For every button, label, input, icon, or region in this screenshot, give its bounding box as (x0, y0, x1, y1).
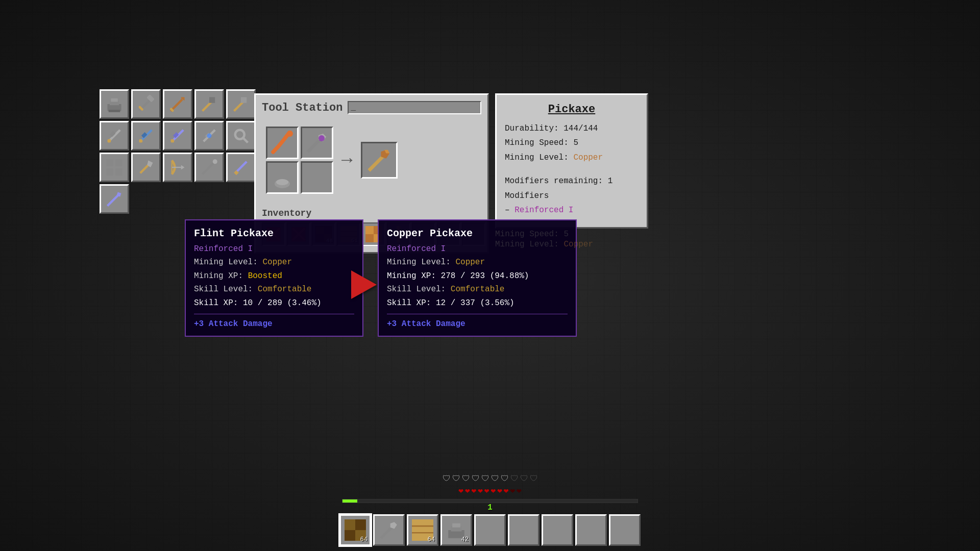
flint-tooltip-title: Flint Pickaxe (194, 228, 354, 239)
comparison-arrow (351, 270, 377, 299)
station-header: Tool Station (262, 101, 481, 114)
svg-rect-27 (106, 159, 113, 166)
health-bar: ❤ ❤ ❤ ❤ ❤ ❤ ❤ ❤ ❤ ❤ (458, 486, 521, 496)
station-name-input[interactable] (348, 101, 481, 114)
svg-line-14 (111, 132, 114, 136)
copper-divider (387, 314, 568, 314)
xp-bar-fill (342, 499, 357, 503)
tooltip-flint-pickaxe: Flint Pickaxe Reinforced I Mining Level:… (185, 219, 363, 337)
svg-line-20 (174, 134, 178, 137)
hotbar-slot-8[interactable] (575, 514, 607, 546)
svg-point-41 (318, 135, 325, 141)
craft-slot-handle[interactable] (266, 127, 299, 159)
craft-slot-pickaxe-head[interactable] (301, 127, 333, 159)
inv-slot-dagger[interactable] (226, 153, 256, 182)
svg-rect-3 (109, 110, 120, 112)
flint-mining-xp-val: Boosted (248, 271, 282, 281)
inv-slot-bow[interactable] (163, 153, 192, 182)
xp-bar-bg (342, 499, 638, 503)
craft-slots (266, 127, 333, 194)
copper-reinforced: Reinforced I (387, 243, 568, 255)
inv-slot-sword3[interactable] (163, 121, 192, 151)
hud-bottom: 🛡 🛡 🛡 🛡 🛡 🛡 🛡 🛡 🛡 🛡 ❤ ❤ ❤ ❤ ❤ ❤ ❤ ❤ ❤ ❤ … (0, 490, 980, 551)
svg-line-34 (203, 162, 215, 174)
hotbar-slot-4[interactable]: 42 (440, 514, 472, 546)
svg-rect-72 (452, 523, 460, 528)
heart-3: ❤ (472, 486, 477, 496)
flint-skill-level-val: Comfortable (258, 285, 312, 294)
svg-rect-12 (241, 97, 247, 103)
copper-skill-level-val: Comfortable (451, 285, 505, 294)
hotbar-slot-1[interactable]: 64 (339, 514, 371, 546)
svg-rect-10 (209, 97, 215, 103)
armor-icon-6: 🛡 (491, 474, 499, 484)
svg-line-11 (234, 102, 243, 111)
modifiers-label: Modifiers (505, 190, 639, 202)
mining-speed-stat: Mining Speed: 5 (505, 137, 639, 148)
mining-level-stat: Mining Level: Copper (505, 152, 639, 163)
armor-icon-10: 🛡 (530, 474, 538, 484)
flint-mining-level: Mining Level: Copper (194, 257, 354, 268)
armor-icon-2: 🛡 (452, 474, 460, 484)
svg-line-38 (108, 194, 119, 206)
inv-slot-pickaxe2[interactable] (163, 89, 192, 119)
inv-slot-sword4[interactable] (194, 121, 224, 151)
station-title: Tool Station (262, 102, 342, 114)
svg-rect-28 (115, 159, 122, 166)
inv-slot-hammer2[interactable] (226, 89, 256, 119)
inv-slot-shovel[interactable] (131, 153, 161, 182)
copper-mining-level: Mining Level: Copper (387, 257, 568, 268)
tooltip-copper-pickaxe: Copper Pickaxe Reinforced I Mining Level… (378, 219, 577, 337)
copper-tooltip-title: Copper Pickaxe (387, 228, 568, 239)
craft-result-slot[interactable] (361, 142, 398, 179)
svg-rect-21 (171, 139, 175, 143)
hotbar-slot-9[interactable] (609, 514, 641, 546)
armor-icon-4: 🛡 (472, 474, 480, 484)
modifier-prefix: – (505, 206, 510, 215)
hotbar-slot-7[interactable] (542, 514, 573, 546)
crafting-arrow: → (341, 150, 353, 171)
hotbar-slot-6[interactable] (508, 514, 540, 546)
xp-level-display: 1 (487, 503, 493, 512)
crafting-area: → (262, 122, 481, 198)
inv-slot-sword1[interactable] (100, 121, 129, 151)
heart-10-empty: ❤ (517, 486, 522, 496)
craft-slot-binding[interactable] (266, 161, 299, 194)
svg-rect-30 (115, 168, 122, 176)
inv-slot-magnify[interactable] (226, 121, 256, 151)
armor-icon-9: 🛡 (520, 474, 528, 484)
xp-bar-container: 1 (342, 499, 638, 512)
flint-bonus: +3 Attack Damage (194, 319, 354, 329)
copper-skill-level: Skill Level: Comfortable (387, 284, 568, 295)
hotbar-slot-3[interactable]: 64 (407, 514, 438, 546)
heart-8: ❤ (504, 486, 509, 496)
heart-4: ❤ (478, 486, 483, 496)
pickaxe-info-title: Pickaxe (505, 103, 639, 116)
flint-mining-level-val: Copper (262, 258, 292, 267)
svg-line-26 (243, 138, 248, 143)
craft-slot-empty[interactable] (301, 161, 333, 194)
inv-slot-sword2[interactable] (131, 121, 161, 151)
flint-skill-level: Skill Level: Comfortable (194, 284, 354, 295)
hotbar-1-count: 64 (360, 536, 368, 543)
svg-line-9 (203, 102, 212, 111)
inv-slot-rod[interactable] (194, 153, 224, 182)
inv-slot-anvil[interactable] (100, 89, 129, 119)
svg-rect-29 (106, 168, 113, 176)
inv-slot-grid[interactable] (100, 153, 129, 182)
heart-2: ❤ (465, 486, 470, 496)
svg-rect-59 (365, 226, 374, 234)
copper-bonus: +3 Attack Damage (387, 319, 568, 329)
inv-slot-pickaxe1[interactable] (131, 89, 161, 119)
modifier-value: Reinforced I (514, 206, 573, 215)
modifier-entry: – Reinforced I (505, 205, 639, 216)
inv-slot-special[interactable] (100, 184, 129, 214)
svg-line-66 (381, 526, 393, 538)
mining-level-value: Copper (573, 153, 603, 162)
copper-skill-xp: Skill XP: 12 / 337 (3.56%) (387, 297, 568, 309)
hotbar: 64 64 42 (339, 514, 641, 546)
svg-point-25 (235, 130, 244, 139)
inv-slot-hammer1[interactable] (194, 89, 224, 119)
hotbar-slot-5[interactable] (474, 514, 506, 546)
hotbar-slot-2[interactable] (373, 514, 405, 546)
